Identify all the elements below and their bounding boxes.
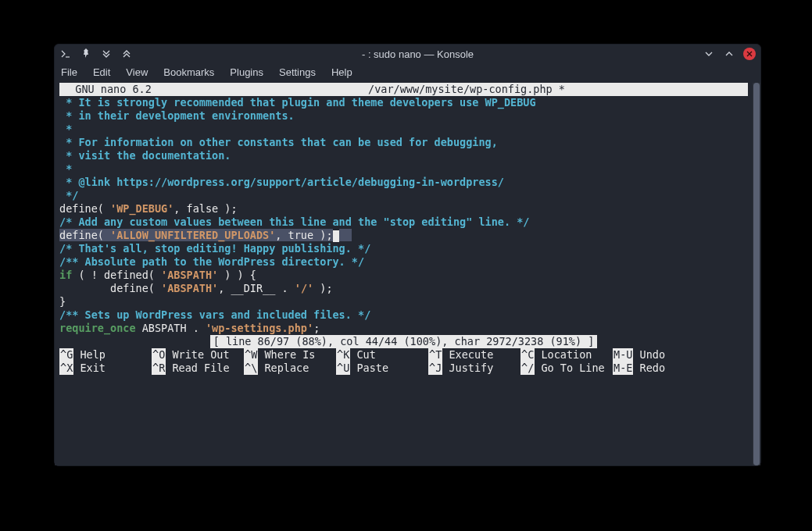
pin-icon[interactable] bbox=[80, 48, 92, 60]
shortcut-key: ^T bbox=[428, 348, 442, 362]
terminal-icon bbox=[59, 48, 72, 60]
code-line: require_once ABSPATH . 'wp-settings.php'… bbox=[59, 322, 748, 335]
shortcut-key: ^W bbox=[244, 348, 258, 362]
scrollbar[interactable] bbox=[753, 83, 760, 465]
code-line: */ bbox=[59, 189, 748, 202]
code-line: if ( ! defined( 'ABSPATH' ) ) { bbox=[59, 269, 748, 282]
nano-status: [ line 86/97 (88%), col 44/44 (100%), ch… bbox=[59, 335, 748, 348]
code-line: } bbox=[59, 295, 748, 308]
shortcut-key: ^\ bbox=[244, 362, 258, 375]
titlebar: - : sudo nano — Konsole bbox=[55, 45, 760, 63]
nano-title: GNU nano 6.2 bbox=[63, 83, 152, 96]
code-line: define( 'ABSPATH', __DIR__ . '/' ); bbox=[59, 282, 748, 295]
shortcut-key: ^J bbox=[428, 362, 442, 375]
menu-view[interactable]: View bbox=[126, 66, 148, 78]
shortcut-key: ^K bbox=[336, 348, 350, 362]
code-line: * visit the documentation. bbox=[59, 149, 748, 162]
double-chevron-down-icon[interactable] bbox=[100, 48, 113, 60]
code-line: * It is strongly recommended that plugin… bbox=[59, 96, 748, 109]
minimize-icon[interactable] bbox=[703, 48, 715, 60]
konsole-window: - : sudo nano — Konsole File Edit View B… bbox=[54, 44, 761, 466]
code-line: * For information on other constants tha… bbox=[59, 136, 748, 149]
shortcut-key: ^C bbox=[520, 348, 535, 362]
shortcut-key: ^U bbox=[336, 362, 350, 375]
menu-help[interactable]: Help bbox=[331, 66, 352, 78]
maximize-icon[interactable] bbox=[723, 48, 735, 60]
shortcut-key: ^G bbox=[59, 348, 73, 362]
code-line: * bbox=[59, 123, 748, 136]
menu-settings[interactable]: Settings bbox=[279, 66, 316, 78]
code-line: * in their development environments. bbox=[59, 109, 748, 123]
shortcut-key: M-E bbox=[613, 362, 633, 375]
code-line: define( 'ALLOW_UNFILTERED_UPLOADS', true… bbox=[59, 229, 748, 242]
code-line: /* Add any custom values between this li… bbox=[59, 216, 748, 229]
shortcut-key: ^X bbox=[59, 362, 73, 375]
code-line: /** Absolute path to the WordPress direc… bbox=[59, 255, 748, 269]
nano-filepath: /var/www/mysite/wp-config.php * bbox=[368, 83, 565, 96]
terminal[interactable]: GNU nano 6.2/var/www/mysite/wp-config.ph… bbox=[55, 83, 753, 465]
double-chevron-up-icon[interactable] bbox=[120, 48, 133, 60]
menu-bookmarks[interactable]: Bookmarks bbox=[163, 66, 214, 78]
menubar: File Edit View Bookmarks Plugins Setting… bbox=[55, 63, 760, 83]
nano-header: GNU nano 6.2/var/www/mysite/wp-config.ph… bbox=[59, 83, 748, 96]
nano-shortcut-row: ^G Help^O Write Out^W Where Is^K Cut^T E… bbox=[59, 348, 748, 362]
menu-edit[interactable]: Edit bbox=[93, 66, 110, 78]
menu-plugins[interactable]: Plugins bbox=[230, 66, 263, 78]
close-icon[interactable] bbox=[743, 48, 756, 60]
text-cursor bbox=[333, 230, 339, 242]
shortcut-key: M-U bbox=[613, 348, 633, 362]
code-line: /* That's all, stop editing! Happy publi… bbox=[59, 242, 748, 255]
code-line: /** Sets up WordPress vars and included … bbox=[59, 308, 748, 322]
menu-file[interactable]: File bbox=[61, 66, 77, 78]
nano-shortcut-row: ^X Exit^R Read File^\ Replace^U Paste^J … bbox=[59, 362, 748, 375]
code-line: * @link https://wordpress.org/support/ar… bbox=[59, 176, 748, 189]
code-line: * bbox=[59, 162, 748, 176]
shortcut-key: ^O bbox=[152, 348, 166, 362]
code-line: define( 'WP_DEBUG', false ); bbox=[59, 202, 748, 216]
window-title: - : sudo nano — Konsole bbox=[133, 48, 703, 60]
shortcut-key: ^R bbox=[152, 362, 166, 375]
shortcut-key: ^/ bbox=[520, 362, 535, 375]
